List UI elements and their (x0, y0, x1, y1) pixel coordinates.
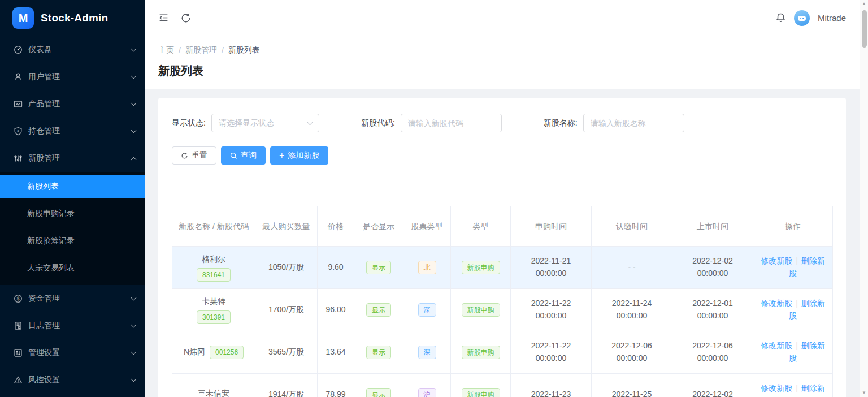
breadcrumb-new-stock-mgmt[interactable]: 新股管理 (185, 45, 217, 55)
page-content: 显示状态: 请选择显示状态 新股代码: 新股名称: (145, 89, 860, 397)
type-tag: 新股申购 (462, 261, 500, 274)
sidebar-item-new-stock[interactable]: 新股管理 (0, 145, 145, 172)
risk-icon (14, 376, 23, 385)
column-header: 是否显示 (354, 206, 403, 247)
cell-pay-time: - - (592, 247, 672, 289)
sidebar-item-users[interactable]: 用户管理 (0, 63, 145, 90)
delete-stock-link[interactable]: 删除新股 (789, 256, 825, 278)
dashboard-icon (14, 45, 23, 54)
cell-visible: 显示 (354, 289, 403, 331)
edit-stock-link[interactable]: 修改新股 (761, 341, 792, 350)
sidebar-item-products[interactable]: 产品管理 (0, 90, 145, 118)
new-stock-submenu: 新股列表 新股申购记录 新股抢筹记录 大宗交易列表 (0, 172, 145, 285)
breadcrumb-home[interactable]: 主页 (158, 45, 174, 55)
name-filter-input[interactable] (591, 119, 677, 128)
delete-stock-link[interactable]: 删除新股 (789, 341, 825, 363)
stock-type-tag: 深 (418, 303, 436, 317)
cell-stock-type: 深 (403, 289, 451, 331)
cell-apply-time: 2022-11-22 00:00:00 (511, 289, 592, 331)
sidebar-item-new-stock-list[interactable]: 新股列表 (0, 175, 145, 198)
breadcrumb: 主页 / 新股管理 / 新股列表 (158, 45, 846, 55)
column-header: 操作 (753, 206, 833, 247)
breadcrumb-separator: / (222, 46, 224, 55)
chevron-down-icon (131, 73, 137, 79)
cell-max-buy: 1050/万股 (255, 247, 318, 289)
sidebar-item-block-trade-list[interactable]: 大宗交易列表 (0, 254, 145, 282)
cell-max-buy: 1914/万股 (255, 374, 318, 397)
reset-icon (181, 152, 188, 159)
cell-name-code: 格利尔831641 (172, 247, 255, 289)
stock-name: 三未信安 (178, 387, 249, 397)
name-filter-label: 新股名称: (544, 118, 578, 128)
sidebar-collapse-icon[interactable] (158, 12, 169, 23)
delete-stock-link[interactable]: 删除新股 (789, 299, 825, 320)
table-header-row: 新股名称 / 新股代码最大购买数量价格是否显示股票类型类型申购时间认缴时间上市时… (172, 206, 833, 247)
type-tag: 新股申购 (462, 388, 500, 397)
query-button[interactable]: 查询 (221, 146, 266, 165)
cell-pay-time: 2022-11-24 00:00:00 (592, 289, 672, 331)
sidebar-item-dashboard[interactable]: 仪表盘 (0, 36, 145, 63)
scroll-down-icon[interactable]: ▼ (860, 389, 868, 397)
cell-actions: 修改新股|删除新股 (753, 331, 833, 374)
code-filter-label: 新股代码: (361, 118, 395, 128)
edit-stock-link[interactable]: 修改新股 (761, 299, 792, 308)
stock-type-tag: 沪 (418, 388, 436, 397)
user-icon (14, 72, 23, 81)
visible-tag: 显示 (366, 346, 391, 359)
sidebar: M Stock-Admin 仪表盘 用户管理 产品管理 ¥ 持仓管理 新股 (0, 0, 145, 397)
edit-stock-link[interactable]: 修改新股 (761, 256, 792, 265)
plus-icon: + (279, 151, 284, 160)
sidebar-item-risk-settings[interactable]: 风控设置 (0, 366, 145, 394)
funds-icon: $ (14, 294, 23, 303)
cell-stock-type: 沪 (403, 374, 451, 397)
chevron-down-icon (131, 46, 137, 51)
sidebar-item-funds[interactable]: $ 资金管理 (0, 285, 145, 312)
new-stock-table: 新股名称 / 新股代码最大购买数量价格是否显示股票类型类型申购时间认缴时间上市时… (172, 206, 832, 397)
sidebar-item-admin-settings[interactable]: 管理设置 (0, 339, 145, 366)
status-filter-select[interactable]: 请选择显示状态 (211, 114, 319, 132)
stock-code-badge: 831641 (197, 268, 231, 282)
logs-icon (14, 321, 23, 330)
delete-stock-link[interactable]: 删除新股 (789, 383, 825, 397)
refresh-icon[interactable] (180, 12, 192, 24)
stock-code-badge: 001256 (210, 346, 244, 359)
edit-stock-link[interactable]: 修改新股 (761, 383, 792, 392)
sidebar-item-grab-records[interactable]: 新股抢筹记录 (0, 227, 145, 254)
action-buttons: 重置 查询 + 添加新股 (172, 146, 832, 165)
stock-name: 卡莱特 (178, 296, 249, 308)
breadcrumb-current: 新股列表 (228, 45, 260, 55)
sidebar-item-subscription-records[interactable]: 新股申购记录 (0, 200, 145, 227)
stock-type-tag: 北 (418, 261, 436, 274)
user-avatar[interactable] (794, 10, 810, 26)
app-title: Stock-Admin (41, 12, 108, 24)
new-stock-icon (14, 154, 23, 163)
filter-bar: 显示状态: 请选择显示状态 新股代码: 新股名称: (172, 114, 832, 132)
cell-pay-time: 2022-11-25 (592, 374, 672, 397)
code-filter-input[interactable] (408, 119, 494, 128)
vertical-scrollbar[interactable]: ▲ ▼ (860, 0, 868, 397)
scroll-up-icon[interactable]: ▲ (860, 0, 868, 8)
notifications-bell-icon[interactable] (775, 12, 786, 23)
add-new-stock-button[interactable]: + 添加新股 (270, 146, 328, 165)
cell-list-time: 2022-12-01 00:00:00 (672, 289, 753, 331)
scrollbar-thumb[interactable] (862, 10, 867, 48)
product-icon (14, 100, 23, 109)
column-header: 上市时间 (672, 206, 753, 247)
admin-settings-icon (14, 348, 23, 357)
breadcrumb-section: 主页 / 新股管理 / 新股列表 新股列表 (145, 36, 860, 89)
cell-name-code: 卡莱特301391 (172, 289, 255, 331)
topbar: Mitrade (145, 0, 860, 36)
visible-tag: 显示 (366, 261, 391, 274)
type-tag: 新股申购 (462, 346, 500, 359)
table-row: 三未信安1914/万股78.99显示沪新股申购2022-11-232022-11… (172, 374, 833, 397)
table-row: 格利尔8316411050/万股9.60显示北新股申购2022-11-21 00… (172, 247, 833, 289)
reset-button[interactable]: 重置 (172, 146, 216, 165)
cell-apply-time: 2022-11-22 00:00:00 (511, 331, 592, 374)
column-header: 申购时间 (511, 206, 592, 247)
username[interactable]: Mitrade (818, 13, 846, 23)
stock-type-tag: 深 (418, 346, 436, 359)
cell-apply-time: 2022-11-21 00:00:00 (511, 247, 592, 289)
cell-pay-time: 2022-12-06 00:00:00 (592, 331, 672, 374)
sidebar-item-positions[interactable]: ¥ 持仓管理 (0, 118, 145, 145)
sidebar-item-logs[interactable]: 日志管理 (0, 312, 145, 339)
